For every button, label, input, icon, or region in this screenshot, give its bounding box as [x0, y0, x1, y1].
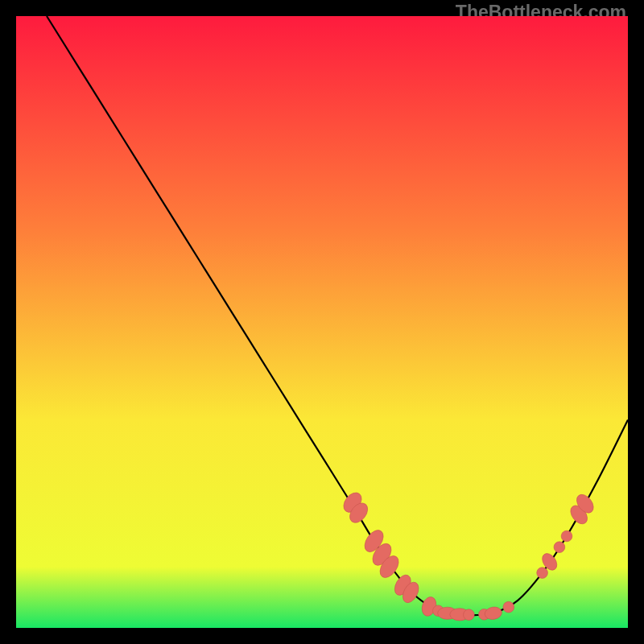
chart-frame	[16, 16, 628, 628]
data-marker	[554, 542, 565, 553]
chart-svg	[16, 16, 628, 628]
data-marker	[464, 609, 475, 621]
gradient-background	[16, 16, 628, 628]
data-marker	[537, 568, 548, 579]
data-marker	[561, 530, 572, 542]
data-marker	[503, 601, 514, 613]
